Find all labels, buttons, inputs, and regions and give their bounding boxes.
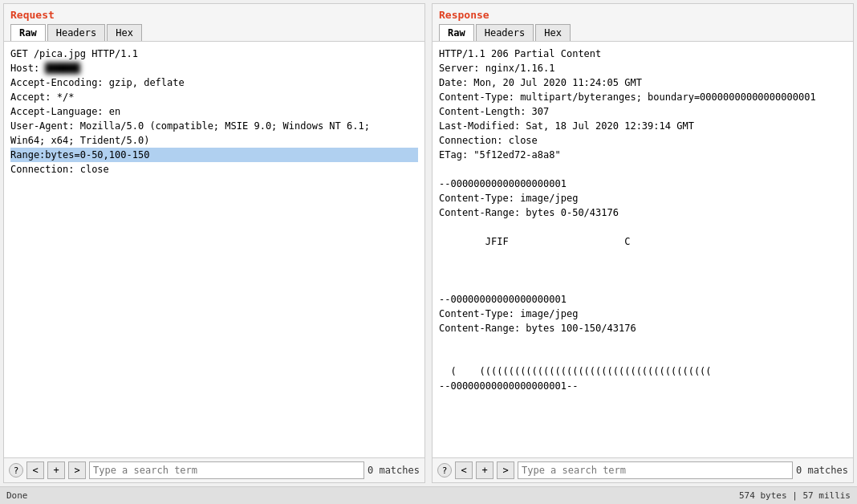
response-line xyxy=(439,350,847,364)
response-line xyxy=(439,249,847,263)
request-body: GET /pica.jpg HTTP/1.1Host: ██████Accept… xyxy=(4,42,424,457)
response-title: Response xyxy=(439,9,847,21)
request-prev-button[interactable]: < xyxy=(26,461,44,479)
response-line: Connection: close xyxy=(439,133,847,148)
request-line: Connection: close xyxy=(10,162,418,177)
status-right: 574 bytes | 57 millis xyxy=(739,490,851,501)
response-line: Last-Modified: Sat, 18 Jul 2020 12:39:14… xyxy=(439,119,847,133)
response-line: HTTP/1.1 206 Partial Content xyxy=(439,47,847,61)
request-footer: ? < + > 0 matches xyxy=(4,457,424,482)
response-line: Content-Type: multipart/byteranges; boun… xyxy=(439,90,847,104)
request-plus-button[interactable]: + xyxy=(47,461,65,479)
response-line: Date: Mon, 20 Jul 2020 11:24:05 GMT xyxy=(439,75,847,90)
response-panel: Response Raw Headers Hex HTTP/1.1 206 Pa… xyxy=(432,3,854,483)
response-line xyxy=(439,220,847,234)
response-body: HTTP/1.1 206 Partial ContentServer: ngin… xyxy=(433,42,853,457)
request-line: Accept-Language: en xyxy=(10,104,418,119)
response-tab-raw[interactable]: Raw xyxy=(439,24,474,41)
response-tab-hex[interactable]: Hex xyxy=(535,24,571,41)
response-line: Content-Type: image/jpeg xyxy=(439,307,847,321)
response-prev-button[interactable]: < xyxy=(455,461,473,479)
response-line xyxy=(439,278,847,292)
response-line: Content-Range: bytes 100-150/43176 xyxy=(439,321,847,335)
request-next-button[interactable]: > xyxy=(68,461,86,479)
request-line: Accept-Encoding: gzip, deflate xyxy=(10,75,418,90)
response-line: Content-Type: image/jpeg xyxy=(439,191,847,205)
request-line: User-Agent: Mozilla/5.0 (compatible; MSI… xyxy=(10,119,418,133)
response-line: JFIF C xyxy=(439,234,847,249)
request-tabs: Raw Headers Hex xyxy=(10,24,418,41)
request-line: Host: ██████ xyxy=(10,61,418,75)
main-content: Request Raw Headers Hex GET /pica.jpg HT… xyxy=(0,0,857,486)
status-left: Done xyxy=(6,490,28,501)
request-header: Request Raw Headers Hex xyxy=(4,4,424,42)
response-line: Content-Length: 307 xyxy=(439,104,847,119)
response-tabs: Raw Headers Hex xyxy=(439,24,847,41)
response-search-input[interactable] xyxy=(518,461,793,479)
request-line: Range:bytes=0-50,100-150 xyxy=(10,148,418,162)
request-title: Request xyxy=(10,9,418,21)
response-plus-button[interactable]: + xyxy=(476,461,493,479)
request-help-button[interactable]: ? xyxy=(9,463,23,478)
response-line: ETag: "5f12ed72-a8a8" xyxy=(439,148,847,162)
response-line: Content-Range: bytes 0-50/43176 xyxy=(439,205,847,220)
status-bar: Done 574 bytes | 57 millis xyxy=(0,486,857,504)
response-line: --00000000000000000001-- xyxy=(439,379,847,393)
request-line: GET /pica.jpg HTTP/1.1 xyxy=(10,47,418,61)
request-tab-raw[interactable]: Raw xyxy=(10,24,46,41)
response-line xyxy=(439,335,847,350)
request-panel: Request Raw Headers Hex GET /pica.jpg HT… xyxy=(3,3,425,483)
response-match-count: 0 matches xyxy=(796,465,848,476)
request-line: Accept: */* xyxy=(10,90,418,104)
request-tab-hex[interactable]: Hex xyxy=(107,24,142,41)
request-tab-headers[interactable]: Headers xyxy=(47,24,106,41)
response-line: --00000000000000000001 xyxy=(439,292,847,307)
response-header: Response Raw Headers Hex xyxy=(433,4,853,42)
request-match-count: 0 matches xyxy=(368,465,420,476)
response-line xyxy=(439,263,847,278)
response-tab-headers[interactable]: Headers xyxy=(476,24,534,41)
response-line: Server: nginx/1.16.1 xyxy=(439,61,847,75)
response-footer: ? < + > 0 matches xyxy=(433,457,853,482)
response-help-button[interactable]: ? xyxy=(437,463,452,478)
request-line: Win64; x64; Trident/5.0) xyxy=(10,133,418,148)
response-next-button[interactable]: > xyxy=(497,461,514,479)
response-line: ( ((((((((((((((((((((((((((((((((((((((… xyxy=(439,364,847,379)
response-line xyxy=(439,162,847,177)
request-search-input[interactable] xyxy=(89,461,364,479)
response-line: --00000000000000000001 xyxy=(439,177,847,191)
